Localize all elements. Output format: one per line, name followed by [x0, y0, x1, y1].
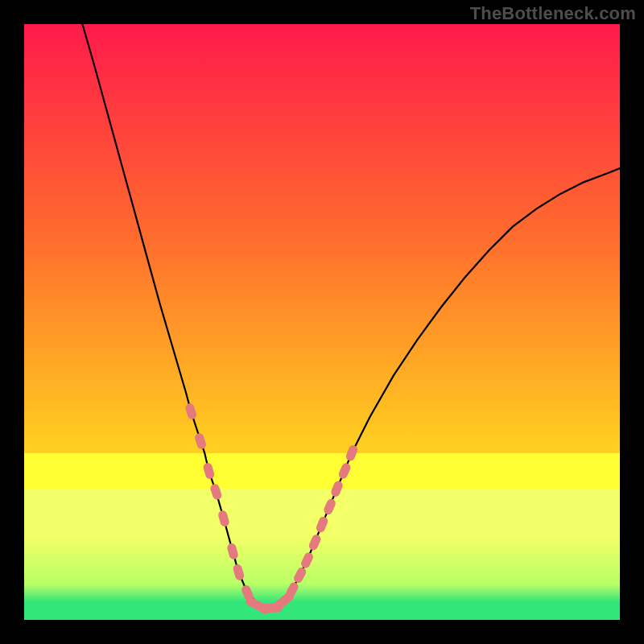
- outer-frame: TheBottleneck.com: [0, 0, 644, 644]
- chart-svg: [24, 24, 620, 620]
- plot-area: [24, 24, 620, 620]
- watermark-text: TheBottleneck.com: [470, 3, 636, 24]
